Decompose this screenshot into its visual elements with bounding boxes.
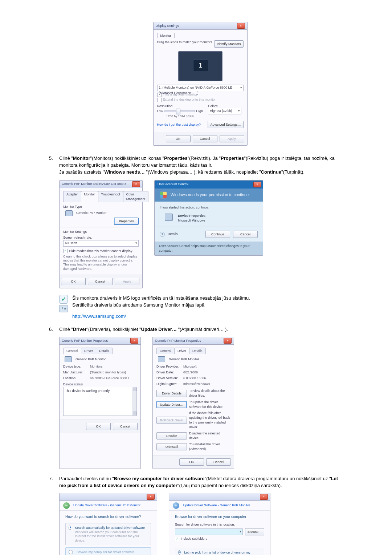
device-name: Generic PnP Monitor [75,357,106,362]
monitor-icon [65,356,72,362]
program-icon [165,214,173,221]
uac-banner-text: Windows needs your permission to continu… [171,192,250,198]
refresh-rate-label: Screen refresh rate: [63,235,139,240]
monitor-type-label: Monitor Type [63,204,139,209]
tab-troubleshoot[interactable]: Troubleshoot [98,191,123,202]
option-pick-from-list[interactable]: Let me pick from a list of device driver… [175,548,264,555]
program-publisher: Microsoft Windows [178,218,205,223]
close-icon[interactable]: × [224,338,232,344]
monitor-settings-label: Monitor Settings [63,230,139,234]
tab-driver[interactable]: Driver [81,348,96,354]
resolution-slider[interactable] [164,110,195,112]
radio-icon [69,526,71,530]
best-display-link[interactable]: How do I get the best display? [157,123,201,126]
extend-desktop-checkbox [157,98,162,102]
update-driver-button[interactable]: Update Driver… [156,401,187,408]
close-icon[interactable]: × [260,494,268,500]
tab-monitor[interactable]: Monitor [81,191,98,202]
identify-monitors-button[interactable]: Identify Monitors [214,40,243,48]
ok-button[interactable]: OK [86,423,111,430]
cancel-button[interactable]: Cancel [88,278,113,285]
tab-driver[interactable]: Driver [174,348,189,354]
tab-adapter[interactable]: Adapter [63,191,81,202]
close-icon[interactable]: × [130,338,138,344]
step-7: 7. Pārbaudiet izvēles rūtiņu "Browse my … [49,475,341,555]
resolution-label: Resolution: [157,104,203,108]
update-driver-browse-dialog: × ← Update Driver Software - Generic PnP… [169,493,270,555]
rollback-driver-button: Roll Back Driver [156,417,187,424]
uac-dialog: User Account Control × Windows needs you… [154,180,263,256]
driver-details-button[interactable]: Driver Details [156,390,187,397]
display-selector[interactable]: 1. (Multiple Monitors) on NVIDIA GeForce… [157,85,244,91]
chevron-down-icon[interactable]: ▾ [160,232,165,237]
refresh-rate-select[interactable]: 60 Hertz [63,240,139,247]
monitor-type-value: Generic PnP Monitor [76,211,106,215]
close-icon[interactable]: × [132,181,140,187]
dialog-title: Generic PnP Monitor Properties [62,339,108,343]
disable-button[interactable]: Disable [156,432,187,439]
radio-icon [178,550,180,555]
step-6: 6. Cilnē "Driver"(Draiveris), noklikšķin… [49,326,341,469]
device-name: Generic PnP Monitor [169,357,199,362]
continue-button[interactable]: Continue [205,231,230,238]
monitor-icon [65,210,73,216]
uninstall-button[interactable]: Uninstall [156,443,187,450]
device-status-label: Device status [63,382,137,387]
option-browse-computer[interactable]: Browse my computer for driver software L… [65,547,151,555]
display-settings-dialog: Display Settings × Monitor Drag the icon… [153,22,248,146]
tab-color-mgmt[interactable]: Color Management [123,191,149,202]
ok-button[interactable]: OK [61,278,86,285]
samsung-link[interactable]: http://www.samsung.com/ [72,313,126,319]
dialog-title: Display Settings [156,24,179,28]
step-number: 6. [49,326,53,333]
pnp-driver-dialog: Generic PnP Monitor Properties × General… [152,337,234,469]
scrollbar[interactable] [132,387,136,416]
dialog-titlebar: × [169,493,270,501]
tab-monitor[interactable]: Monitor [157,33,175,38]
apply-button: Apply [115,278,139,285]
wizard-heading: Browse for driver software on your compu… [175,514,264,520]
uac-footer-note: User Account Control helps stop unauthor… [155,242,263,255]
close-icon[interactable]: × [253,182,261,187]
close-icon[interactable]: × [147,494,155,500]
ok-button[interactable]: OK [166,135,191,142]
dialog-titlebar: Generic PnP Monitor and NVIDIA GeForce 8… [60,181,142,188]
checkmark-icon: ✓ [59,295,68,304]
browse-button[interactable]: Browse… [245,528,264,535]
arrow-icon: ← [173,502,179,509]
dialog-title: User Account Control [158,182,188,187]
option-auto-search[interactable]: Search automatically for updated driver … [65,523,151,545]
step-number: 5. [49,155,53,162]
program-name: Device Properties [178,214,205,218]
wizard-heading: How do you want to search for driver sof… [65,514,151,520]
cancel-button[interactable]: Cancel [193,135,217,142]
ok-button[interactable]: OK [179,458,204,466]
dialog-titlebar: User Account Control × [155,181,263,189]
dialog-title: Generic PnP Monitor and NVIDIA GeForce 8… [62,182,131,186]
monitor-preview[interactable]: 1 [178,51,222,81]
step-5: 5. Cilnē "Monitor"(Monitors) noklikšķini… [49,155,341,320]
tab-general[interactable]: General [156,348,175,354]
device-status-box: This device is working properly. [63,387,137,416]
dialog-titlebar: Generic PnP Monitor Properties × [60,337,140,345]
include-subfolders-checkbox[interactable] [175,537,179,541]
monitor-properties-dialog: Generic PnP Monitor and NVIDIA GeForce 8… [59,180,143,288]
resolution-value: 1280 by 1024 pixels [157,114,203,118]
cancel-button[interactable]: Cancel [233,231,258,238]
properties-button[interactable]: Properties [114,218,139,225]
colors-select[interactable]: Highest (32 bit) [208,108,241,114]
location-label: Search for driver software in this locat… [175,522,264,527]
cancel-button[interactable]: Cancel [206,458,231,466]
hide-modes-checkbox[interactable] [63,249,68,253]
tab-details[interactable]: Details [96,348,113,354]
location-combo[interactable] [175,528,243,535]
close-icon[interactable]: × [237,23,245,29]
radio-icon [69,550,73,554]
tab-general[interactable]: General [63,348,81,354]
dialog-titlebar: × [60,493,157,501]
device-manager-icon: ⋮≡ [59,305,68,312]
details-link[interactable]: Details [168,232,178,236]
advanced-settings-button[interactable]: Advanced Settings… [208,121,243,128]
tab-details[interactable]: Details [189,348,206,354]
cancel-button[interactable]: Cancel [113,423,138,430]
